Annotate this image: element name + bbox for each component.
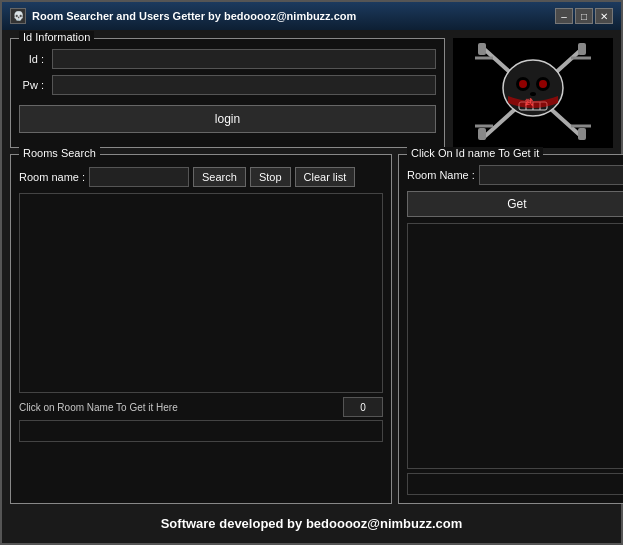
stop-button[interactable]: Stop [250, 167, 291, 187]
close-button[interactable]: ✕ [595, 8, 613, 24]
rooms-search-legend: Rooms Search [19, 147, 100, 159]
room-name-row: Room name : Search Stop Clear list [19, 167, 383, 187]
id-information-panel: Id Information Id : Pw : login [10, 38, 445, 148]
title-bar: 💀 Room Searcher and Users Getter by bedo… [2, 2, 621, 30]
middle-section: Rooms Search Room name : Search Stop Cle… [10, 154, 613, 504]
footer-text: Software developed by bedooooz@nimbuzz.c… [161, 516, 463, 531]
id-list[interactable] [407, 223, 623, 469]
room-name-input2[interactable] [479, 165, 623, 185]
content-area: Id Information Id : Pw : login [2, 30, 621, 543]
svg-rect-4 [478, 128, 486, 140]
skull-svg: 武 [463, 38, 603, 148]
room-output-box [19, 420, 383, 442]
maximize-button[interactable]: □ [575, 8, 593, 24]
app-icon: 💀 [10, 8, 26, 24]
pw-row: Pw : [19, 75, 436, 95]
svg-text:武: 武 [525, 98, 533, 107]
skull-image-area: 武 [453, 38, 613, 148]
get-button[interactable]: Get [407, 191, 623, 217]
click-id-panel: Click On Id name To Get it Room Name : G… [398, 154, 623, 504]
count-input[interactable] [343, 397, 383, 417]
room-name-label: Room name : [19, 171, 85, 183]
svg-point-13 [519, 80, 527, 88]
right-panel: Click On Id name To Get it Room Name : G… [398, 154, 613, 504]
id-row: Id : [19, 49, 436, 69]
clear-list-button[interactable]: Clear list [295, 167, 356, 187]
svg-point-15 [530, 92, 536, 96]
pw-label: Pw : [19, 79, 44, 91]
svg-rect-2 [478, 43, 486, 55]
click-room-label: Click on Room Name To Get it Here [19, 402, 339, 413]
top-section: Id Information Id : Pw : login [10, 38, 613, 148]
title-buttons: – □ ✕ [555, 8, 613, 24]
svg-point-14 [539, 80, 547, 88]
pw-input[interactable] [52, 75, 436, 95]
bottom-row: Click on Room Name To Get it Here [19, 397, 383, 417]
room-name-row2: Room Name : [407, 165, 623, 185]
room-name-label2: Room Name : [407, 169, 475, 181]
login-button[interactable]: login [19, 105, 436, 133]
id-label: Id : [19, 53, 44, 65]
id-info-legend: Id Information [19, 31, 94, 43]
rooms-list[interactable] [19, 193, 383, 393]
click-id-legend: Click On Id name To Get it [407, 147, 543, 159]
room-name-input[interactable] [89, 167, 189, 187]
minimize-button[interactable]: – [555, 8, 573, 24]
id-output-box [407, 473, 623, 495]
svg-rect-3 [578, 43, 586, 55]
svg-rect-5 [578, 128, 586, 140]
title-bar-left: 💀 Room Searcher and Users Getter by bedo… [10, 8, 356, 24]
main-window: 💀 Room Searcher and Users Getter by bedo… [0, 0, 623, 545]
rooms-search-panel: Rooms Search Room name : Search Stop Cle… [10, 154, 392, 504]
id-input[interactable] [52, 49, 436, 69]
window-title: Room Searcher and Users Getter by bedooo… [32, 10, 356, 22]
footer: Software developed by bedooooz@nimbuzz.c… [10, 510, 613, 535]
search-button[interactable]: Search [193, 167, 246, 187]
